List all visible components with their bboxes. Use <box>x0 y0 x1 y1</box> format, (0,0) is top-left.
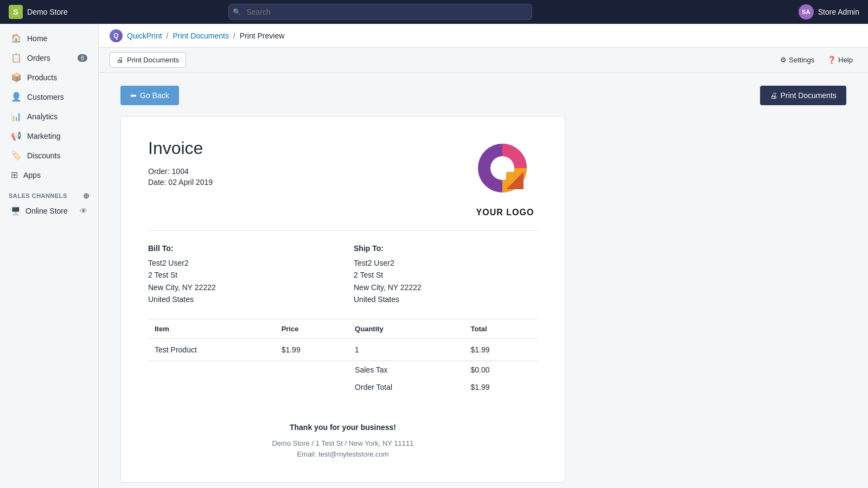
order-label: Order: <box>148 167 170 176</box>
sidebar-label-customers: Customers <box>27 93 64 101</box>
search-input[interactable] <box>228 4 532 20</box>
invoice-order: Order: 1004 <box>148 167 213 176</box>
thank-you-text: Thank you for your business! <box>148 423 538 432</box>
sidebar-label-online-store: Online Store <box>25 207 68 215</box>
sidebar-label-apps: Apps <box>23 171 41 179</box>
date-value: 02 April 2019 <box>168 178 213 187</box>
sidebar-item-apps[interactable]: ⊞ Apps <box>2 165 96 184</box>
sales-channels-title: SALES CHANNELS <box>9 192 67 199</box>
customers-icon: 👤 <box>11 92 22 102</box>
online-store-eye-icon[interactable]: 👁 <box>80 207 87 215</box>
breadcrumb: Q QuickPrint / Print Documents / Print P… <box>110 29 284 42</box>
logo-area: YOUR LOGO <box>473 138 538 217</box>
bill-to-country: United States <box>148 293 332 305</box>
print-documents-nav-button[interactable]: 🖨 Print Documents <box>110 52 186 68</box>
sidebar: 🏠 Home 📋 Orders 8 📦 Products 👤 Customers… <box>0 24 99 488</box>
sidebar-label-analytics: Analytics <box>27 112 58 121</box>
invoice-date: Date: 02 April 2019 <box>148 178 213 187</box>
avatar[interactable]: SA <box>799 4 814 20</box>
sidebar-item-customers[interactable]: 👤 Customers <box>2 87 96 106</box>
invoice-table: Item Price Quantity Total Test Product $… <box>148 319 538 396</box>
go-back-icon: ⬅ <box>130 91 137 100</box>
marketing-icon: 📢 <box>11 131 22 141</box>
printer-icon: 🖨 <box>117 56 124 64</box>
logo-text: YOUR LOGO <box>473 208 538 217</box>
settings-icon: ⚙ <box>780 56 787 64</box>
ship-to-country: United States <box>354 293 538 305</box>
invoice-header: Invoice Order: 1004 Date: 02 April 2019 <box>148 138 538 231</box>
settings-button[interactable]: ⚙ Settings <box>776 53 819 67</box>
ship-to-block: Ship To: Test2 User2 2 Test St New City,… <box>354 244 538 306</box>
go-back-button[interactable]: ⬅ Go Back <box>120 86 179 105</box>
quickprint-app-icon: Q <box>110 29 123 42</box>
bill-to-name: Test2 User2 <box>148 257 332 269</box>
cell-item-price: $1.99 <box>275 338 348 361</box>
bill-to-city: New City, NY 22222 <box>148 281 332 293</box>
go-back-label: Go Back <box>140 91 169 100</box>
print-documents-button[interactable]: 🖨 Print Documents <box>760 86 846 105</box>
orders-icon: 📋 <box>11 53 22 63</box>
breadcrumb-print-documents[interactable]: Print Documents <box>173 31 228 40</box>
store-brand[interactable]: S Demo Store <box>9 5 95 19</box>
online-store-icon: 🖥️ <box>11 207 20 215</box>
sidebar-item-products[interactable]: 📦 Products <box>2 68 96 87</box>
ship-to-street: 2 Test St <box>354 269 538 281</box>
cell-item-qty: 1 <box>348 338 464 361</box>
email-text: Email: test@myteststore.com <box>148 449 538 460</box>
company-logo <box>473 138 538 203</box>
address-section: Bill To: Test2 User2 2 Test St New City,… <box>148 244 538 306</box>
sales-tax-value: $0.00 <box>464 361 538 378</box>
discounts-icon: 🏷️ <box>11 150 22 160</box>
toolbar: 🖨 Print Documents ⚙ Settings ❓ Help <box>99 48 868 73</box>
ship-to-city: New City, NY 22222 <box>354 281 538 293</box>
col-header-total: Total <box>464 319 538 338</box>
user-area: SA Store Admin <box>799 4 859 20</box>
col-header-quantity: Quantity <box>348 319 464 338</box>
top-nav: S Demo Store SA Store Admin <box>0 0 868 24</box>
breadcrumb-sep-2: / <box>233 31 235 40</box>
sidebar-item-marketing[interactable]: 📢 Marketing <box>2 126 96 145</box>
settings-label: Settings <box>789 56 814 64</box>
order-total-label: Order Total <box>348 378 464 396</box>
invoice-meta: Order: 1004 Date: 02 April 2019 <box>148 167 213 187</box>
print-docs-icon: 🖨 <box>770 91 777 100</box>
help-icon: ❓ <box>827 56 836 64</box>
sidebar-item-discounts[interactable]: 🏷️ Discounts <box>2 146 96 165</box>
store-icon: S <box>9 5 23 19</box>
order-total-row: Order Total $1.99 <box>148 378 538 396</box>
breadcrumb-quickprint[interactable]: QuickPrint <box>127 31 162 40</box>
print-documents-label: Print Documents <box>781 91 837 100</box>
content-area: Q QuickPrint / Print Documents / Print P… <box>99 24 868 488</box>
store-info-text: Demo Store / 1 Test St / New York, NY 11… <box>148 438 538 450</box>
sidebar-label-marketing: Marketing <box>27 132 60 140</box>
cell-item-name: Test Product <box>148 338 275 361</box>
search-bar-wrapper <box>228 4 532 20</box>
cell-item-total: $1.99 <box>464 338 538 361</box>
store-name: Demo Store <box>27 8 68 16</box>
main-content: ⬅ Go Back 🖨 Print Documents Invoice Orde… <box>99 73 868 488</box>
sidebar-label-products: Products <box>27 73 57 82</box>
order-number: 1004 <box>172 167 189 176</box>
col-header-price: Price <box>275 319 348 338</box>
analytics-icon: 📊 <box>11 111 22 121</box>
sidebar-item-orders[interactable]: 📋 Orders 8 <box>2 48 96 67</box>
orders-badge: 8 <box>78 54 87 62</box>
sidebar-item-analytics[interactable]: 📊 Analytics <box>2 107 96 126</box>
help-button[interactable]: ❓ Help <box>823 53 857 67</box>
invoice-title: Invoice <box>148 138 213 158</box>
sidebar-item-online-store[interactable]: 🖥️ Online Store 👁 <box>2 203 96 219</box>
help-label: Help <box>838 56 853 64</box>
action-bar: ⬅ Go Back 🖨 Print Documents <box>120 86 846 105</box>
sidebar-item-home[interactable]: 🏠 Home <box>2 29 96 48</box>
ship-to-name: Test2 User2 <box>354 257 538 269</box>
sidebar-label-orders: Orders <box>27 54 50 62</box>
add-sales-channel-icon[interactable]: ⊕ <box>83 191 90 200</box>
home-icon: 🏠 <box>11 33 22 43</box>
bill-to-street: 2 Test St <box>148 269 332 281</box>
breadcrumb-sep-1: / <box>167 31 169 40</box>
col-header-item: Item <box>148 319 275 338</box>
user-name: Store Admin <box>818 8 859 16</box>
invoice-container: Invoice Order: 1004 Date: 02 April 2019 <box>120 116 565 483</box>
bill-to-block: Bill To: Test2 User2 2 Test St New City,… <box>148 244 332 306</box>
apps-icon: ⊞ <box>11 170 18 180</box>
